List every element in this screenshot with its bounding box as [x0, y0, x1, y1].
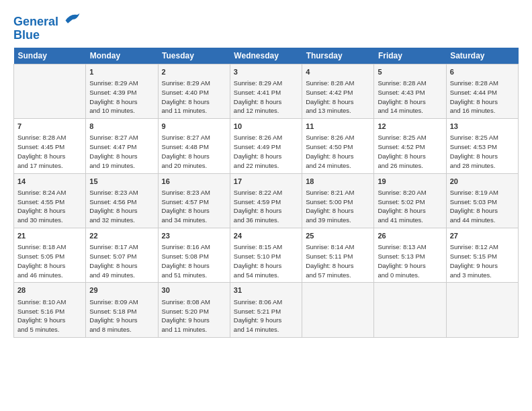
day-info: Sunrise: 8:15 AM Sunset: 5:10 PM Dayligh… [234, 242, 298, 279]
cell-1-2: 1Sunrise: 8:29 AM Sunset: 4:39 PM Daylig… [86, 64, 158, 118]
col-header-tuesday: Tuesday [158, 48, 230, 64]
day-number: 3 [234, 67, 298, 77]
col-header-saturday: Saturday [446, 48, 518, 64]
cell-3-3: 16Sunrise: 8:23 AM Sunset: 4:57 PM Dayli… [158, 173, 230, 228]
day-info: Sunrise: 8:29 AM Sunset: 4:41 PM Dayligh… [234, 79, 298, 116]
logo-bird-icon [63, 11, 82, 26]
day-number: 23 [162, 231, 226, 241]
day-info: Sunrise: 8:10 AM Sunset: 5:16 PM Dayligh… [17, 298, 82, 334]
day-number: 24 [234, 231, 298, 241]
cell-1-1 [14, 64, 86, 118]
day-info: Sunrise: 8:06 AM Sunset: 5:21 PM Dayligh… [234, 298, 298, 334]
day-number: 31 [234, 285, 298, 295]
cell-3-1: 14Sunrise: 8:24 AM Sunset: 4:55 PM Dayli… [14, 173, 86, 228]
cell-4-2: 22Sunrise: 8:17 AM Sunset: 5:07 PM Dayli… [86, 228, 158, 282]
cell-2-4: 10Sunrise: 8:26 AM Sunset: 4:49 PM Dayli… [230, 119, 302, 173]
logo-text: General [13, 11, 82, 29]
day-number: 6 [450, 67, 515, 77]
day-number: 27 [450, 231, 515, 241]
cell-3-4: 17Sunrise: 8:22 AM Sunset: 4:59 PM Dayli… [230, 173, 302, 228]
day-number: 17 [234, 177, 298, 187]
cell-3-5: 18Sunrise: 8:21 AM Sunset: 5:00 PM Dayli… [302, 173, 374, 228]
day-info: Sunrise: 8:23 AM Sunset: 4:57 PM Dayligh… [162, 188, 226, 225]
day-number: 10 [234, 122, 298, 132]
cell-4-3: 23Sunrise: 8:16 AM Sunset: 5:08 PM Dayli… [158, 228, 230, 282]
day-number: 21 [17, 231, 82, 241]
day-number: 11 [306, 122, 370, 132]
day-info: Sunrise: 8:27 AM Sunset: 4:47 PM Dayligh… [89, 133, 154, 170]
day-number: 12 [378, 122, 442, 132]
day-info: Sunrise: 8:28 AM Sunset: 4:44 PM Dayligh… [450, 79, 515, 116]
day-info: Sunrise: 8:28 AM Sunset: 4:42 PM Dayligh… [306, 79, 370, 116]
header-row: SundayMondayTuesdayWednesdayThursdayFrid… [14, 48, 519, 64]
day-info: Sunrise: 8:20 AM Sunset: 5:02 PM Dayligh… [378, 188, 442, 225]
col-header-friday: Friday [374, 48, 446, 64]
cell-4-7: 27Sunrise: 8:12 AM Sunset: 5:15 PM Dayli… [446, 228, 518, 282]
day-number: 29 [89, 285, 154, 295]
logo: General Blue [13, 11, 82, 42]
day-info: Sunrise: 8:28 AM Sunset: 4:43 PM Dayligh… [378, 79, 442, 116]
cell-4-1: 21Sunrise: 8:18 AM Sunset: 5:05 PM Dayli… [14, 228, 86, 282]
day-number: 5 [378, 67, 442, 77]
cell-5-7 [446, 283, 518, 337]
calendar-table: SundayMondayTuesdayWednesdayThursdayFrid… [13, 48, 519, 338]
week-row-3: 14Sunrise: 8:24 AM Sunset: 4:55 PM Dayli… [14, 173, 519, 228]
cell-2-7: 13Sunrise: 8:25 AM Sunset: 4:53 PM Dayli… [446, 119, 518, 173]
day-info: Sunrise: 8:08 AM Sunset: 5:20 PM Dayligh… [162, 298, 226, 334]
col-header-monday: Monday [86, 48, 158, 64]
cell-3-6: 19Sunrise: 8:20 AM Sunset: 5:02 PM Dayli… [374, 173, 446, 228]
day-info: Sunrise: 8:09 AM Sunset: 5:18 PM Dayligh… [89, 298, 154, 334]
cell-5-1: 28Sunrise: 8:10 AM Sunset: 5:16 PM Dayli… [14, 283, 86, 337]
cell-3-7: 20Sunrise: 8:19 AM Sunset: 5:03 PM Dayli… [446, 173, 518, 228]
day-number: 22 [89, 231, 154, 241]
day-info: Sunrise: 8:29 AM Sunset: 4:39 PM Dayligh… [89, 79, 154, 116]
cell-2-2: 8Sunrise: 8:27 AM Sunset: 4:47 PM Daylig… [86, 119, 158, 173]
day-info: Sunrise: 8:25 AM Sunset: 4:52 PM Dayligh… [378, 133, 442, 170]
day-info: Sunrise: 8:28 AM Sunset: 4:45 PM Dayligh… [17, 133, 82, 170]
cell-1-6: 5Sunrise: 8:28 AM Sunset: 4:43 PM Daylig… [374, 64, 446, 118]
day-number: 2 [162, 67, 226, 77]
day-info: Sunrise: 8:25 AM Sunset: 4:53 PM Dayligh… [450, 133, 515, 170]
week-row-1: 1Sunrise: 8:29 AM Sunset: 4:39 PM Daylig… [14, 64, 519, 118]
day-number: 25 [306, 231, 370, 241]
cell-5-4: 31Sunrise: 8:06 AM Sunset: 5:21 PM Dayli… [230, 283, 302, 337]
cell-5-2: 29Sunrise: 8:09 AM Sunset: 5:18 PM Dayli… [86, 283, 158, 337]
day-number: 1 [89, 67, 154, 77]
header: General Blue [13, 11, 519, 42]
logo-general: General [13, 15, 58, 28]
day-number: 8 [89, 122, 154, 132]
cell-1-3: 2Sunrise: 8:29 AM Sunset: 4:40 PM Daylig… [158, 64, 230, 118]
day-info: Sunrise: 8:21 AM Sunset: 5:00 PM Dayligh… [306, 188, 370, 225]
day-info: Sunrise: 8:27 AM Sunset: 4:48 PM Dayligh… [162, 133, 226, 170]
col-header-thursday: Thursday [302, 48, 374, 64]
week-row-4: 21Sunrise: 8:18 AM Sunset: 5:05 PM Dayli… [14, 228, 519, 282]
day-info: Sunrise: 8:18 AM Sunset: 5:05 PM Dayligh… [17, 242, 82, 279]
day-info: Sunrise: 8:17 AM Sunset: 5:07 PM Dayligh… [89, 242, 154, 279]
day-number: 19 [378, 177, 442, 187]
col-header-sunday: Sunday [14, 48, 86, 64]
day-number: 30 [162, 285, 226, 295]
cell-4-4: 24Sunrise: 8:15 AM Sunset: 5:10 PM Dayli… [230, 228, 302, 282]
cell-3-2: 15Sunrise: 8:23 AM Sunset: 4:56 PM Dayli… [86, 173, 158, 228]
day-number: 15 [89, 177, 154, 187]
cell-4-6: 26Sunrise: 8:13 AM Sunset: 5:13 PM Dayli… [374, 228, 446, 282]
day-info: Sunrise: 8:23 AM Sunset: 4:56 PM Dayligh… [89, 188, 154, 225]
day-number: 18 [306, 177, 370, 187]
cell-5-3: 30Sunrise: 8:08 AM Sunset: 5:20 PM Dayli… [158, 283, 230, 337]
week-row-5: 28Sunrise: 8:10 AM Sunset: 5:16 PM Dayli… [14, 283, 519, 337]
cell-5-5 [302, 283, 374, 337]
day-number: 9 [162, 122, 226, 132]
cell-2-1: 7Sunrise: 8:28 AM Sunset: 4:45 PM Daylig… [14, 119, 86, 173]
cell-2-6: 12Sunrise: 8:25 AM Sunset: 4:52 PM Dayli… [374, 119, 446, 173]
day-number: 4 [306, 67, 370, 77]
day-info: Sunrise: 8:26 AM Sunset: 4:50 PM Dayligh… [306, 133, 370, 170]
cell-1-7: 6Sunrise: 8:28 AM Sunset: 4:44 PM Daylig… [446, 64, 518, 118]
day-number: 13 [450, 122, 515, 132]
day-number: 14 [17, 177, 82, 187]
day-info: Sunrise: 8:13 AM Sunset: 5:13 PM Dayligh… [378, 242, 442, 279]
cell-1-4: 3Sunrise: 8:29 AM Sunset: 4:41 PM Daylig… [230, 64, 302, 118]
day-number: 28 [17, 285, 82, 295]
day-number: 26 [378, 231, 442, 241]
day-info: Sunrise: 8:29 AM Sunset: 4:40 PM Dayligh… [162, 79, 226, 116]
cell-5-6 [374, 283, 446, 337]
